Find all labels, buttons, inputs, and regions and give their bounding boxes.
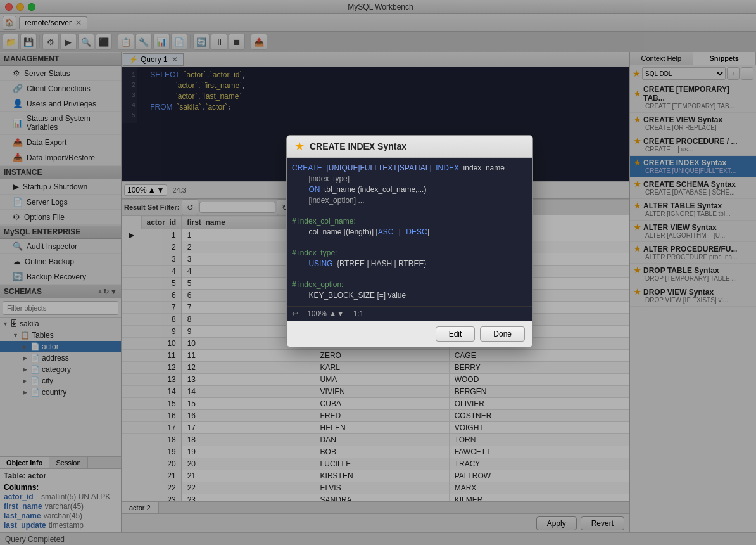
- modal-footer: Edit Done: [287, 321, 532, 347]
- create-index-modal: ★ CREATE INDEX Syntax CREATE [UNIQUE|FUL…: [286, 135, 533, 347]
- modal-pos: 1:1: [353, 309, 364, 318]
- modal-edit-button[interactable]: Edit: [436, 326, 476, 342]
- undo-icon: ↩: [292, 309, 298, 318]
- modal-done-button[interactable]: Done: [480, 326, 525, 342]
- modal-zoom-arrows: ▲▼: [329, 309, 344, 318]
- modal-zoom-value: 100%: [307, 309, 327, 318]
- modal-body: CREATE [UNIQUE|FULLTEXT|SPATIAL] INDEX i…: [287, 158, 532, 306]
- modal-overlay[interactable]: ★ CREATE INDEX Syntax CREATE [UNIQUE|FUL…: [0, 0, 756, 545]
- modal-icon: ★: [294, 139, 305, 153]
- modal-zoom-bar: ↩ 100% ▲▼ 1:1: [287, 306, 532, 321]
- modal-title: CREATE INDEX Syntax: [310, 141, 406, 151]
- modal-zoom: ↩ 100% ▲▼ 1:1: [292, 309, 363, 318]
- modal-header: ★ CREATE INDEX Syntax: [287, 136, 532, 158]
